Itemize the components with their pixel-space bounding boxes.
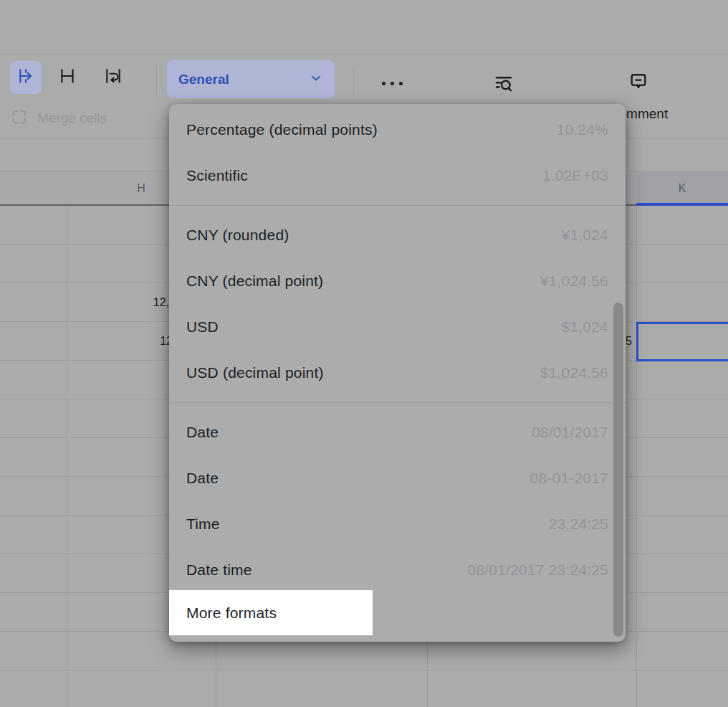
menu-item-label: USD (decimal point) (186, 364, 324, 381)
more-formats-spotlight[interactable]: More formats (169, 590, 373, 635)
merge-cells-button[interactable]: Merge cells (10, 105, 107, 131)
menu-item-date-time[interactable]: Date time08/01/2017 23:24:25 (169, 547, 626, 593)
more-dots-icon (382, 82, 385, 85)
search-button[interactable] (493, 73, 514, 98)
number-format-menu: Percentage (decimal points)10.24%Scienti… (169, 104, 626, 642)
menu-item-date[interactable]: Date08/01/2017 (169, 409, 626, 455)
number-format-dropdown[interactable]: General (167, 60, 335, 98)
more-formats-label: More formats (186, 604, 277, 622)
number-format-label: General (178, 72, 229, 87)
app-window: General Merge cells Comment (0, 0, 728, 707)
toolbar-divider (156, 65, 157, 95)
menu-item-cny-rounded-[interactable]: CNY (rounded)¥1,024 (169, 212, 626, 258)
menu-item-list: Percentage (decimal points)10.24%Scienti… (169, 107, 626, 639)
text-clip-icon (58, 67, 77, 88)
menu-divider (169, 402, 626, 403)
text-overflow-button[interactable] (10, 61, 42, 94)
comment-button[interactable] (628, 71, 648, 94)
selected-column-indicator (636, 203, 728, 206)
menu-item-date[interactable]: Date08-01-2017 (169, 455, 626, 501)
toolbar-divider (353, 67, 354, 96)
menu-item-label: CNY (decimal point) (186, 272, 323, 290)
menu-item-example-value: $1,024.56 (540, 364, 608, 381)
text-wrap-button[interactable] (97, 61, 129, 94)
selected-cell[interactable] (636, 322, 728, 361)
menu-item-example-value: 23:24:25 (549, 516, 608, 533)
grid-vline (67, 171, 67, 707)
menu-item-example-value: ¥1,024 (562, 227, 608, 244)
more-tools-button[interactable] (379, 77, 405, 90)
text-overflow-icon (16, 67, 35, 88)
menu-item-example-value: 10.24% (557, 121, 608, 138)
menu-item-example-value: 08-01-2017 (530, 470, 608, 487)
titlebar-area (0, 0, 728, 54)
menu-item-example-value: $1,024 (562, 318, 608, 336)
menu-item-example-value: 08/01/2017 (532, 424, 608, 441)
menu-item-label: CNY (rounded) (186, 227, 289, 244)
menu-item-label: Percentage (decimal points) (186, 121, 378, 138)
cell-text-fragment: 12, (83, 283, 169, 322)
menu-divider (169, 205, 626, 206)
menu-scrollbar-thumb[interactable] (613, 303, 623, 637)
menu-item-usd-decimal-point-[interactable]: USD (decimal point)$1,024.56 (169, 350, 626, 396)
menu-item-example-value: ¥1,024.56 (540, 272, 608, 290)
merge-cells-label: Merge cells (37, 110, 107, 126)
comment-icon (628, 81, 648, 93)
menu-item-time[interactable]: Time23:24:25 (169, 501, 626, 547)
menu-item-percentage-decimal-points-[interactable]: Percentage (decimal points)10.24% (169, 107, 626, 153)
search-in-sheet-icon (493, 85, 514, 97)
menu-item-label: Date (186, 470, 219, 487)
grid-vline (636, 171, 637, 707)
menu-item-label: Time (186, 516, 220, 533)
column-header-g[interactable] (0, 171, 67, 205)
menu-item-label: USD (186, 318, 219, 336)
chevron-down-icon (309, 71, 323, 88)
menu-item-example-value: 08/01/2017 23:24:25 (468, 561, 608, 579)
menu-item-label: Date time (186, 561, 252, 579)
menu-item-label: Scientific (186, 167, 248, 184)
menu-item-scientific[interactable]: Scientific1.02E+03 (169, 153, 626, 199)
menu-item-usd[interactable]: USD$1,024 (169, 304, 626, 350)
merge-cells-icon (10, 108, 29, 130)
menu-item-cny-decimal-point-[interactable]: CNY (decimal point)¥1,024.56 (169, 258, 626, 304)
text-wrap-icon (104, 67, 123, 88)
menu-item-label: Date (186, 424, 219, 441)
column-header-k[interactable]: K (636, 171, 728, 205)
cell-text-fragment: 12 (87, 322, 173, 361)
text-clip-button[interactable] (52, 61, 83, 94)
menu-item-example-value: 1.02E+03 (542, 167, 608, 184)
